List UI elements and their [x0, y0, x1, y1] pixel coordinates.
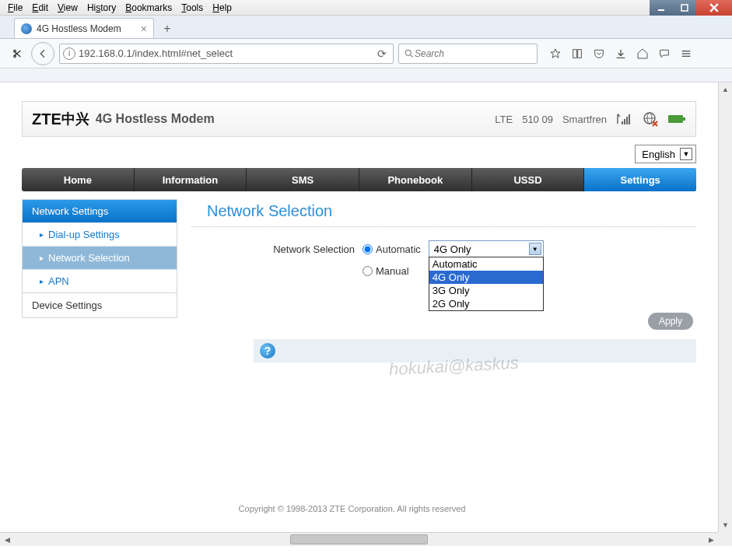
- close-button[interactable]: [696, 0, 732, 16]
- tab-close-icon[interactable]: ×: [141, 23, 147, 35]
- tab-strip: 4G Hostless Modem × +: [0, 16, 732, 39]
- menu-view[interactable]: View: [53, 1, 82, 15]
- site-info-icon[interactable]: i: [63, 47, 75, 60]
- sidebar-group-network[interactable]: Network Settings: [23, 200, 177, 222]
- minimize-button[interactable]: [650, 0, 673, 16]
- option-2g-only[interactable]: 2G Only: [429, 297, 543, 310]
- vertical-scrollbar[interactable]: ▲ ▼: [718, 82, 732, 532]
- scroll-up-icon[interactable]: ▲: [719, 82, 732, 96]
- option-3g-only[interactable]: 3G Only: [429, 284, 543, 297]
- radio-manual-input[interactable]: [362, 266, 373, 276]
- scroll-corner: [718, 532, 732, 546]
- scroll-thumb[interactable]: [290, 534, 428, 544]
- horizontal-scrollbar[interactable]: ◀ ▶: [0, 532, 718, 546]
- network-mode-select[interactable]: 4G Only ▼ Automatic4G Only3G Only2G Only: [429, 240, 544, 257]
- chevron-right-icon: ▸: [40, 230, 44, 239]
- menu-icon[interactable]: [676, 44, 696, 64]
- window-controls: [650, 0, 732, 16]
- help-bar: ?: [254, 339, 696, 362]
- help-icon[interactable]: ?: [260, 343, 275, 359]
- content-area: Network Selection Network Selection Auto…: [191, 199, 696, 362]
- combo-value: 4G Only: [434, 243, 471, 255]
- nav-settings[interactable]: Settings: [584, 168, 696, 191]
- status-code: 510 09: [522, 114, 553, 125]
- search-input[interactable]: [415, 48, 532, 59]
- svg-rect-6: [573, 49, 577, 58]
- menu-tools[interactable]: Tools: [177, 1, 208, 15]
- menu-file[interactable]: File: [3, 1, 27, 15]
- sidebar-item-apn[interactable]: ▸APN: [23, 269, 177, 292]
- scissors-icon[interactable]: [6, 44, 26, 64]
- page-title: Network Selection: [191, 199, 696, 227]
- network-mode-dropdown: Automatic4G Only3G Only2G Only: [429, 257, 544, 311]
- nav-home[interactable]: Home: [22, 168, 135, 191]
- language-select[interactable]: English ▼: [635, 145, 696, 163]
- field-label-network-selection: Network Selection: [254, 243, 355, 255]
- chat-icon[interactable]: [654, 44, 674, 64]
- menu-bookmarks[interactable]: Bookmarks: [121, 1, 177, 15]
- svg-rect-1: [681, 5, 688, 11]
- url-bar[interactable]: i ⟳: [59, 44, 394, 64]
- new-tab-button[interactable]: +: [157, 19, 177, 38]
- sidebar-item-device-settings[interactable]: Device Settings: [22, 293, 177, 318]
- svg-rect-20: [668, 115, 683, 123]
- signal-icon: [616, 113, 633, 125]
- radio-manual[interactable]: Manual: [362, 265, 409, 277]
- svg-line-5: [411, 54, 413, 57]
- home-icon[interactable]: [632, 44, 653, 64]
- option-4g-only[interactable]: 4G Only: [429, 271, 543, 284]
- language-value: English: [642, 149, 675, 160]
- zte-logo: ZTE中兴: [32, 110, 89, 128]
- scroll-down-icon[interactable]: ▼: [719, 518, 732, 532]
- radio-automatic[interactable]: Automatic: [362, 243, 421, 255]
- chrome-gap: [0, 68, 732, 82]
- chevron-down-icon[interactable]: ▼: [529, 243, 541, 255]
- url-input[interactable]: [79, 47, 371, 59]
- svg-rect-14: [629, 114, 630, 124]
- nav-sms[interactable]: SMS: [247, 168, 359, 191]
- nav-ussd[interactable]: USSD: [472, 168, 585, 191]
- sidebar-item-dial-up-settings[interactable]: ▸Dial-up Settings: [23, 222, 177, 246]
- nav-phonebook[interactable]: Phonebook: [359, 168, 472, 191]
- option-automatic[interactable]: Automatic: [429, 257, 543, 271]
- scroll-right-icon[interactable]: ▶: [704, 533, 718, 546]
- page-viewport: ZTE中兴 4G Hostless Modem LTE 510 09 Smart…: [0, 82, 732, 546]
- search-bar[interactable]: [398, 44, 538, 64]
- nav-information[interactable]: Information: [135, 168, 247, 191]
- apply-button[interactable]: Apply: [648, 313, 693, 330]
- browser-tab[interactable]: 4G Hostless Modem ×: [14, 18, 154, 38]
- sidebar: Network Settings ▸Dial-up Settings▸Netwo…: [22, 199, 177, 362]
- router-header: ZTE中兴 4G Hostless Modem LTE 510 09 Smart…: [22, 101, 696, 137]
- status-tech: LTE: [495, 114, 513, 125]
- footer-copyright: Copyright © 1998-2013 ZTE Corporation. A…: [0, 504, 704, 513]
- sidebar-item-network-selection[interactable]: ▸Network Selection: [23, 246, 177, 269]
- svg-rect-13: [626, 117, 628, 124]
- favicon-icon: [21, 23, 32, 34]
- back-button[interactable]: [31, 42, 54, 65]
- menu-history[interactable]: History: [82, 1, 121, 15]
- pocket-icon[interactable]: [589, 44, 609, 64]
- reader-icon[interactable]: [567, 44, 587, 64]
- bookmark-star-icon[interactable]: [545, 44, 566, 64]
- svg-rect-21: [683, 117, 685, 121]
- svg-rect-12: [624, 119, 625, 124]
- svg-rect-11: [622, 121, 623, 124]
- chevron-right-icon: ▸: [40, 254, 44, 262]
- battery-icon: [667, 114, 686, 124]
- main-nav: HomeInformationSMSPhonebookUSSDSettings: [22, 168, 696, 191]
- browser-toolbar: i ⟳: [0, 39, 732, 68]
- radio-automatic-input[interactable]: [362, 244, 373, 254]
- scroll-left-icon[interactable]: ◀: [0, 533, 14, 546]
- logo-cjk: 中兴: [61, 110, 89, 128]
- downloads-icon[interactable]: [611, 44, 631, 64]
- tab-title: 4G Hostless Modem: [37, 23, 136, 34]
- reload-icon[interactable]: ⟳: [374, 47, 390, 60]
- globe-icon: [643, 111, 658, 127]
- chevron-down-icon: ▼: [680, 148, 692, 160]
- menu-bar: File Edit View History Bookmarks Tools H…: [0, 0, 732, 16]
- status-operator: Smartfren: [562, 114, 607, 125]
- maximize-button[interactable]: [673, 0, 696, 16]
- menu-edit[interactable]: Edit: [27, 1, 53, 15]
- logo-latin: ZTE: [32, 110, 61, 128]
- menu-help[interactable]: Help: [208, 1, 236, 15]
